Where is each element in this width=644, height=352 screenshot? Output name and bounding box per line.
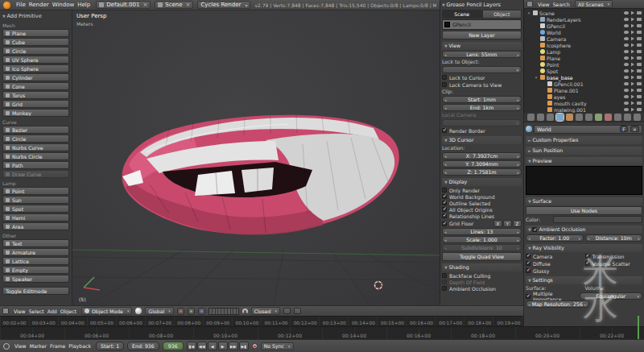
- visibility-eye-icon[interactable]: [624, 89, 629, 92]
- outliner-row[interactable]: ▾ Scene: [524, 10, 644, 16]
- shading-panel-header[interactable]: Shading: [442, 263, 522, 271]
- add-other-button[interactable]: Speaker: [2, 275, 69, 283]
- view3d-menu[interactable]: Object: [59, 309, 78, 314]
- particles-icon[interactable]: [624, 114, 631, 121]
- timeline-editor-icon[interactable]: [3, 343, 10, 350]
- selectability-icon[interactable]: [631, 24, 634, 28]
- ray-visibility-toggle[interactable]: Volume Scatter: [585, 260, 643, 267]
- add-other-button[interactable]: Lattice: [2, 257, 69, 265]
- add-lamp-button[interactable]: Sun: [2, 196, 69, 204]
- renderability-icon[interactable]: [637, 82, 642, 85]
- outliner-row[interactable]: malwing.001: [524, 106, 644, 113]
- outliner-row[interactable]: Icosphere: [524, 42, 644, 48]
- outliner-scope-select[interactable]: All Scenes: [575, 0, 613, 8]
- grid-lines-field[interactable]: Lines: 13: [442, 228, 522, 235]
- screen-layout-select[interactable]: Default.001 ×: [96, 1, 151, 9]
- ray-visibility-toggle[interactable]: Camera: [526, 253, 584, 259]
- expand-arrow-icon[interactable]: ▾: [526, 10, 531, 15]
- opengl-render-button[interactable]: [283, 308, 291, 314]
- multiple-importance-checkbox[interactable]: Multiple Importance: [526, 293, 578, 300]
- add-primitive-panel-header[interactable]: Add Primitive: [2, 12, 69, 21]
- ray-visibility-toggle[interactable]: Transmission: [585, 253, 643, 259]
- expand-arrow-icon[interactable]: ▾: [534, 75, 539, 80]
- cursor-z-field[interactable]: Z: 1.7581m: [442, 168, 522, 176]
- visibility-eye-icon[interactable]: [624, 82, 629, 85]
- visibility-eye-icon[interactable]: [624, 37, 629, 40]
- outliner-row[interactable]: GPencil.001: [524, 81, 644, 87]
- map-resolution-field[interactable]: Map Resolution: 256: [526, 300, 589, 308]
- add-lamp-button[interactable]: Area: [2, 222, 69, 230]
- clip-end-field[interactable]: End: 1km: [442, 104, 522, 111]
- add-lamp-button[interactable]: Spot: [2, 205, 69, 213]
- view3d-menu[interactable]: Add: [46, 309, 59, 314]
- add-mesh-button[interactable]: Monkey: [2, 109, 69, 117]
- editor-type-button[interactable]: [526, 1, 533, 7]
- sun-position-panel-header[interactable]: Sun Position: [526, 147, 642, 155]
- surface-panel-header[interactable]: Surface: [526, 197, 642, 205]
- visibility-eye-icon[interactable]: [624, 56, 629, 60]
- add-curve-button[interactable]: Nurbs Curve: [2, 143, 69, 151]
- display-toggle[interactable]: World Background: [442, 193, 522, 200]
- viewport-shading-button[interactable]: [135, 308, 142, 314]
- scale-manipulator-icon[interactable]: [198, 308, 205, 315]
- visibility-eye-icon[interactable]: [624, 18, 629, 21]
- selectability-icon[interactable]: [631, 18, 634, 22]
- visibility-eye-icon[interactable]: [624, 31, 629, 34]
- add-curve-button[interactable]: Draw Curve: [2, 170, 69, 178]
- add-mesh-button[interactable]: Torus: [2, 91, 69, 99]
- material-icon[interactable]: [605, 114, 612, 121]
- render-icon[interactable]: [527, 114, 535, 121]
- unlink-button[interactable]: ×: [630, 126, 639, 132]
- translate-manipulator-icon[interactable]: [177, 308, 184, 315]
- texture-icon[interactable]: [614, 114, 621, 121]
- volume-sampling-select[interactable]: Equiangular: [580, 292, 643, 300]
- outliner-row[interactable]: GPencil: [524, 23, 644, 29]
- render-border-checkbox[interactable]: Render Border: [442, 127, 522, 134]
- renderability-icon[interactable]: [637, 89, 642, 92]
- info-menu[interactable]: Render: [27, 2, 51, 8]
- close-icon[interactable]: ×: [186, 2, 191, 8]
- visibility-eye-icon[interactable]: [624, 108, 629, 111]
- visibility-eye-icon[interactable]: [624, 69, 629, 72]
- add-mesh-button[interactable]: UV Sphere: [2, 56, 69, 64]
- cursor-y-field[interactable]: Y: 7.3094mm: [442, 160, 522, 168]
- editor-type-button[interactable]: [2, 308, 9, 314]
- selectability-icon[interactable]: [631, 89, 634, 93]
- rotate-manipulator-icon[interactable]: [188, 308, 195, 315]
- visibility-eye-icon[interactable]: [624, 101, 629, 105]
- snap-magnet-icon[interactable]: [242, 309, 248, 314]
- view3d-menu[interactable]: View: [12, 309, 27, 314]
- renderability-icon[interactable]: [637, 95, 642, 98]
- timeline-menu[interactable]: Playback: [67, 343, 93, 349]
- add-curve-button[interactable]: Path: [2, 161, 69, 169]
- renderability-icon[interactable]: [637, 101, 642, 105]
- cursor3d-panel-header[interactable]: 3D Cursor: [442, 136, 522, 144]
- modifiers-icon[interactable]: [585, 114, 592, 121]
- grease-pencil-layers-header[interactable]: Grease Pencil Layers: [442, 1, 522, 9]
- scene-select[interactable]: Scene ×: [155, 1, 193, 9]
- auto-keyframe-record-button[interactable]: [252, 343, 258, 349]
- add-other-button[interactable]: Empty: [2, 266, 69, 274]
- lens-field[interactable]: Lens: 55mm: [442, 51, 522, 58]
- ao-checkbox[interactable]: [532, 227, 537, 232]
- grid-floor-checkbox[interactable]: Grid Floor: [442, 221, 493, 227]
- renderability-icon[interactable]: [637, 63, 642, 66]
- transport-button[interactable]: ◀: [208, 342, 217, 350]
- add-mesh-button[interactable]: Grid: [2, 100, 69, 108]
- add-mesh-button[interactable]: Circle: [2, 47, 69, 55]
- layers-widget[interactable]: [208, 308, 239, 315]
- selectability-icon[interactable]: [631, 31, 634, 35]
- mode-select[interactable]: Object Mode: [81, 307, 133, 315]
- viewport-3d[interactable]: User Persp Meters (5): [72, 10, 440, 305]
- render-engine-select[interactable]: Cycles Render: [197, 1, 250, 9]
- world-color-field[interactable]: [553, 216, 642, 223]
- custom-properties-panel-header[interactable]: Custom Properties: [526, 136, 642, 144]
- display-panel-header[interactable]: Display: [442, 178, 522, 186]
- object-icon[interactable]: [566, 114, 573, 121]
- settings-panel-header[interactable]: Settings: [526, 276, 642, 284]
- selectability-icon[interactable]: [631, 50, 634, 54]
- outliner-row[interactable]: Lamp: [524, 48, 644, 55]
- outliner-row[interactable]: Point: [524, 61, 644, 68]
- outliner-menu[interactable]: View: [536, 2, 551, 7]
- ray-visibility-toggle[interactable]: Diffuse: [526, 260, 584, 267]
